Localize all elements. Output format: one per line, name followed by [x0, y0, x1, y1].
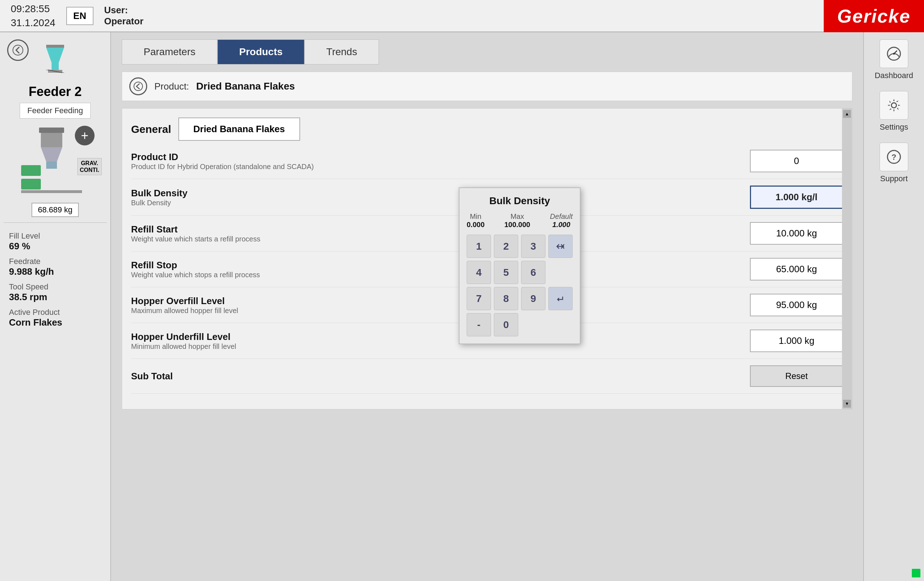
svg-rect-3 [51, 63, 59, 70]
numpad-default: Default 1.000 [550, 213, 573, 229]
back-button[interactable] [7, 40, 29, 61]
field-input-refill-start[interactable]: 10.000 kg [750, 222, 843, 245]
numpad-key-3[interactable]: 3 [521, 234, 545, 258]
left-sidebar: Feeder 2 Feeder Feeding + GRAV. CONTI. [0, 32, 111, 581]
svg-rect-14 [21, 190, 82, 193]
numpad-key-6[interactable]: 6 [521, 261, 545, 284]
feedrate-label: Feedrate [9, 257, 101, 266]
field-sublabel: Weight value which starts a refill proce… [131, 235, 750, 243]
fill-level-label: Fill Level [9, 231, 101, 241]
field-sublabel: Weight value which stops a refill proces… [131, 271, 750, 279]
numpad-grid: 1 2 3 4 5 6 [467, 234, 573, 336]
numpad-key-7[interactable]: 7 [467, 287, 491, 310]
product-header-bar: Product: Dried Banana Flakes [122, 72, 852, 101]
fill-level-value: 69 % [9, 241, 101, 252]
numpad-key-8[interactable]: 8 [494, 287, 518, 310]
svg-rect-9 [41, 133, 62, 147]
product-back-button[interactable] [129, 78, 147, 95]
field-input-hopper-underfill[interactable]: 1.000 kg [750, 330, 843, 352]
field-sublabel: Maximum allowed hopper fill level [131, 307, 750, 315]
numpad-key-4[interactable]: 4 [467, 261, 491, 284]
numpad-key-1[interactable]: 1 [467, 234, 491, 258]
right-sidebar: Dashboard Settings [863, 32, 924, 581]
form-row-subtotal: Sub Total Reset [131, 365, 843, 394]
form-row-product-id: Product ID Product ID for Hybrid Operati… [131, 150, 843, 179]
form-label-group: Hopper Underfill Level Minimum allowed h… [131, 331, 750, 351]
feeder-title: Feeder 2 [29, 84, 82, 99]
dashboard-label: Dashboard [874, 71, 913, 80]
form-label-group: Hopper Overfill Level Maximum allowed ho… [131, 295, 750, 315]
dashboard-button[interactable]: Dashboard [874, 40, 913, 80]
active-product-value: Corn Flakes [9, 317, 101, 328]
enter-icon [556, 294, 566, 304]
reset-button[interactable]: Reset [750, 365, 843, 387]
feeder-icon [37, 43, 73, 79]
field-label: Hopper Overfill Level [131, 295, 750, 307]
field-label: Product ID [131, 152, 750, 163]
field-sublabel: Product ID for Hybrid Operation (standal… [131, 163, 750, 171]
product-back-icon [133, 81, 143, 91]
numpad-enter[interactable] [548, 287, 573, 310]
content-area: General Dried Banana Flakes Product ID P… [122, 108, 852, 409]
tab-products[interactable]: Products [218, 40, 304, 64]
scrollbar[interactable]: ▲ ▼ [842, 109, 852, 409]
numpad-popup: Bulk Density Min 0.000 Max 100.000 Defau… [459, 187, 581, 344]
gauge-icon [879, 40, 908, 68]
content-header: General Dried Banana Flakes [131, 117, 843, 141]
add-button[interactable]: + [75, 126, 94, 145]
numpad-title: Bulk Density [467, 195, 573, 207]
feeder-icon-area [37, 43, 73, 79]
field-sublabel: Minimum allowed hopper fill level [131, 342, 750, 351]
field-input-product-id[interactable]: 0 [750, 150, 843, 172]
svg-marker-2 [46, 48, 64, 63]
field-label: Sub Total [131, 371, 750, 382]
numpad-min: Min 0.000 [467, 213, 485, 229]
section-title: General [131, 123, 171, 135]
scroll-up-arrow[interactable]: ▲ [843, 110, 851, 118]
field-label: Refill Start [131, 224, 750, 235]
feeder-diagram: + GRAV. CONTI. [19, 126, 91, 197]
logo: Gericke [824, 0, 924, 32]
back-icon [12, 45, 24, 56]
scroll-down-arrow[interactable]: ▼ [843, 400, 851, 408]
numpad-key-5[interactable]: 5 [494, 261, 518, 284]
field-label: Bulk Density [131, 188, 750, 199]
tool-speed-label: Tool Speed [9, 282, 101, 292]
form-label-group: Sub Total [131, 371, 750, 382]
svg-point-22 [891, 103, 896, 108]
tab-bar: Parameters Products Trends [122, 40, 852, 64]
field-input-hopper-overfill[interactable]: 95.000 kg [750, 294, 843, 316]
support-button[interactable]: ? Support [879, 142, 908, 183]
gear-icon [879, 91, 908, 120]
numpad-key-0[interactable]: 0 [494, 313, 518, 336]
question-icon: ? [879, 142, 908, 171]
tab-trends[interactable]: Trends [304, 40, 379, 64]
user-info: User: Operator [104, 5, 144, 27]
form-label-group: Refill Start Weight value which starts a… [131, 224, 750, 243]
active-product-label: Active Product [9, 308, 101, 317]
sidebar-stats: Fill Level 69 % Feedrate 9.988 kg/h Tool… [3, 223, 107, 332]
field-input-refill-stop[interactable]: 65.000 kg [750, 258, 843, 281]
numpad-key-minus[interactable]: - [467, 313, 491, 336]
svg-point-21 [893, 53, 894, 55]
form-label-group: Product ID Product ID for Hybrid Operati… [131, 152, 750, 171]
numpad-info: Min 0.000 Max 100.000 Default 1.000 [467, 213, 573, 229]
field-input-bulk-density[interactable]: 1.000 kg/l [750, 186, 843, 209]
numpad-key-9[interactable]: 9 [521, 287, 545, 310]
svg-rect-1 [46, 45, 64, 48]
backspace-icon [556, 241, 566, 251]
product-name-button[interactable]: Dried Banana Flakes [178, 117, 300, 141]
numpad-key-2[interactable]: 2 [494, 234, 518, 258]
header: 09:28:55 31.1.2024 EN User: Operator Ger… [0, 0, 924, 32]
svg-point-15 [134, 82, 142, 91]
field-label: Refill Stop [131, 260, 750, 271]
main-layout: Feeder 2 Feeder Feeding + GRAV. CONTI. [0, 32, 924, 581]
grav-label: GRAV. CONTI. [78, 158, 102, 175]
language-button[interactable]: EN [66, 7, 94, 25]
numpad-backspace[interactable] [548, 234, 573, 258]
settings-button[interactable]: Settings [879, 91, 908, 132]
feeder-mode: Feeder Feeding [20, 103, 90, 119]
support-label: Support [880, 174, 908, 183]
tab-parameters[interactable]: Parameters [122, 40, 218, 64]
product-name: Dried Banana Flakes [196, 81, 295, 92]
